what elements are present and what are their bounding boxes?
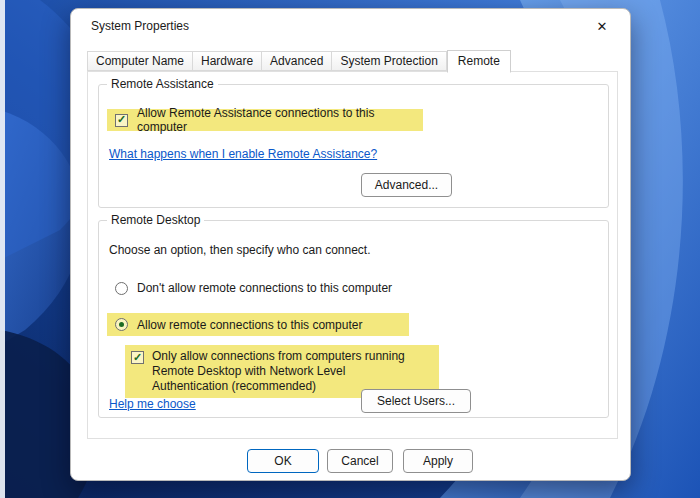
- help-me-choose-link[interactable]: Help me choose: [109, 397, 196, 411]
- allow-connections-option[interactable]: Allow remote connections to this compute…: [107, 313, 409, 336]
- check-icon: ✓: [133, 352, 142, 363]
- remote-assistance-help-link[interactable]: What happens when I enable Remote Assist…: [109, 147, 377, 161]
- remote-desktop-group: Remote Desktop Choose an option, then sp…: [98, 220, 609, 418]
- ok-button[interactable]: OK: [247, 449, 319, 473]
- remote-desktop-legend: Remote Desktop: [107, 213, 204, 227]
- remote-assistance-group: Remote Assistance ✓ Allow Remote Assista…: [98, 84, 609, 208]
- dont-allow-radio[interactable]: [115, 282, 128, 295]
- check-icon: ✓: [117, 114, 126, 125]
- tab-remote[interactable]: Remote: [447, 50, 511, 73]
- window-title: System Properties: [91, 9, 189, 43]
- allow-remote-assistance-label: Allow Remote Assistance connections to t…: [137, 106, 423, 134]
- nla-checkbox[interactable]: ✓: [131, 351, 144, 364]
- allow-remote-assistance-row[interactable]: ✓ Allow Remote Assistance connections to…: [107, 109, 423, 131]
- tab-hardware[interactable]: Hardware: [193, 51, 262, 71]
- tab-system-protection[interactable]: System Protection: [332, 51, 446, 71]
- allow-connections-label: Allow remote connections to this compute…: [137, 318, 362, 332]
- allow-remote-assistance-checkbox[interactable]: ✓: [115, 114, 128, 127]
- dont-allow-connections-option[interactable]: Don't allow remote connections to this c…: [115, 281, 392, 295]
- remote-assistance-legend: Remote Assistance: [107, 77, 218, 91]
- tab-strip: Computer Name Hardware Advanced System P…: [87, 49, 511, 72]
- allow-connections-radio[interactable]: [115, 318, 128, 331]
- close-icon: ✕: [597, 19, 608, 34]
- remote-tab-page: Remote Assistance ✓ Allow Remote Assista…: [87, 71, 618, 439]
- tab-advanced[interactable]: Advanced: [262, 51, 332, 71]
- apply-button[interactable]: Apply: [403, 449, 473, 473]
- close-button[interactable]: ✕: [584, 12, 620, 40]
- nla-checkbox-label: Only allow connections from computers ru…: [152, 349, 422, 394]
- dont-allow-label: Don't allow remote connections to this c…: [137, 281, 392, 295]
- titlebar[interactable]: System Properties ✕: [71, 9, 630, 43]
- select-users-button[interactable]: Select Users...: [361, 389, 471, 413]
- remote-desktop-instruction: Choose an option, then specify who can c…: [109, 243, 371, 257]
- advanced-button[interactable]: Advanced...: [361, 173, 452, 197]
- system-properties-dialog: System Properties ✕ Computer Name Hardwa…: [70, 8, 631, 481]
- tab-computer-name[interactable]: Computer Name: [87, 51, 193, 71]
- cancel-button[interactable]: Cancel: [327, 449, 393, 473]
